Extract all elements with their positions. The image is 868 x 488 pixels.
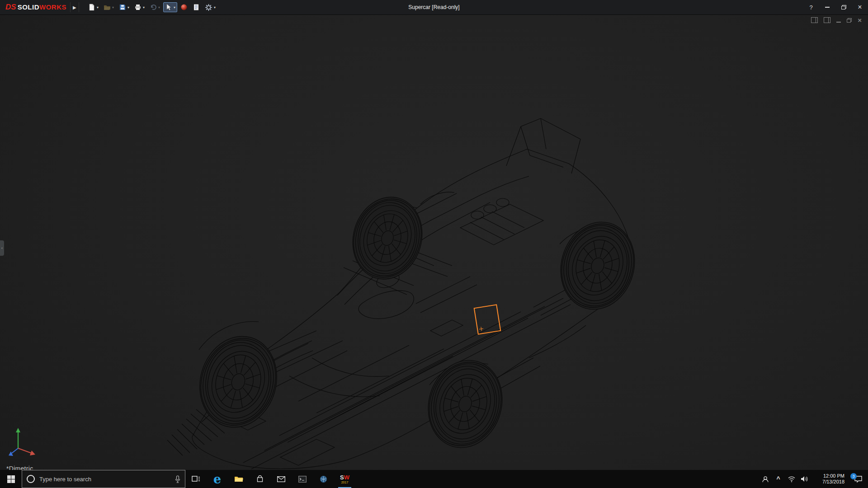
window-controls: ? ×	[803, 0, 868, 14]
microphone-icon[interactable]	[175, 475, 180, 483]
print-icon	[134, 4, 142, 11]
print-button[interactable]: ▾	[132, 2, 146, 12]
taskbar-clock[interactable]: 12:00 PM 7/13/2018	[811, 473, 848, 485]
terminal-icon	[298, 476, 307, 483]
restore-icon	[841, 5, 846, 9]
notification-badge: 3	[850, 473, 857, 479]
select-button[interactable]: ▾	[163, 2, 177, 12]
minimize-icon	[825, 7, 830, 8]
undo-button[interactable]: ▾	[148, 2, 162, 12]
car-wireframe-model[interactable]	[0, 14, 868, 470]
new-document-button[interactable]: ▾	[86, 2, 100, 12]
command-prompt-button[interactable]	[292, 470, 313, 488]
file-properties-button[interactable]	[191, 2, 202, 12]
mail-envelope-icon	[277, 476, 285, 482]
car-wheels	[188, 188, 646, 458]
task-view-icon	[192, 475, 200, 483]
sw-letter-w: W	[344, 474, 349, 481]
solidworks-logo: DS SOLID WORKS	[0, 3, 70, 12]
system-tray: ^ 12:00 PM 7/13/2018 3	[759, 470, 868, 488]
sw-letter-s: S	[340, 474, 344, 481]
selection-origin-marker	[479, 327, 483, 331]
restore-button[interactable]	[835, 0, 852, 14]
chevron-down-icon[interactable]: ▾	[112, 5, 114, 9]
microsoft-store-button[interactable]	[249, 470, 270, 488]
clock-time: 12:00 PM	[811, 473, 844, 479]
undo-icon	[150, 4, 157, 11]
chevron-up-icon: ^	[776, 475, 780, 483]
search-placeholder-text: Type here to search	[39, 476, 170, 483]
quick-access-toolbar: ▾ ▾ ▾ ▾ ▾ ▾	[86, 2, 217, 13]
doc-restore-icon[interactable]	[847, 18, 852, 23]
wifi-icon	[788, 476, 796, 482]
taskbar-search-input[interactable]: Type here to search	[22, 470, 185, 488]
solidworks-window: DS SOLID WORKS ▶ ▾ ▾ ▾ ▾	[0, 0, 868, 488]
chevron-down-icon[interactable]: ▾	[174, 5, 175, 9]
titlebar: DS SOLID WORKS ▶ ▾ ▾ ▾ ▾	[0, 0, 868, 15]
save-icon	[119, 4, 126, 11]
help-button[interactable]: ?	[803, 0, 819, 14]
sw-year-label: 2017	[341, 481, 349, 484]
logo-text-works: WORKS	[39, 3, 66, 11]
save-button[interactable]: ▾	[117, 2, 131, 12]
feature-tree-collapse-tab[interactable]: ‹	[0, 240, 4, 256]
collapse-arrow-icon: ‹	[1, 246, 3, 250]
options-button[interactable]: ▾	[203, 2, 217, 13]
play-icon: ▶	[73, 5, 76, 10]
chevron-down-icon[interactable]: ▾	[158, 5, 160, 9]
people-button[interactable]	[759, 470, 772, 488]
volume-button[interactable]	[798, 470, 811, 488]
hidden-icons-button[interactable]: ^	[772, 470, 785, 488]
windows-logo-icon	[7, 475, 15, 483]
windows-taskbar: Type here to search e SW 2017	[0, 470, 868, 488]
doc-close-icon[interactable]: ×	[858, 18, 862, 23]
edge-browser-button[interactable]: e	[207, 470, 228, 488]
solidworks-2017-icon: SW 2017	[340, 474, 349, 484]
selected-component-highlight[interactable]	[474, 304, 501, 334]
network-button[interactable]	[785, 470, 798, 488]
orientation-triad	[5, 426, 41, 458]
solidworks-app-button[interactable]: SW 2017	[334, 470, 355, 488]
graphics-viewport[interactable]: × ‹ *Dimetric	[0, 14, 868, 470]
task-view-button[interactable]	[185, 470, 207, 488]
new-document-icon	[88, 4, 95, 11]
appearance-sphere-icon	[180, 4, 188, 11]
close-button[interactable]: ×	[852, 0, 868, 14]
blue-sphere-icon	[320, 475, 327, 483]
mail-button[interactable]	[270, 470, 292, 488]
edge-icon: e	[213, 473, 221, 485]
edrawings-button[interactable]	[313, 470, 334, 488]
open-button[interactable]: ▾	[102, 2, 116, 12]
select-cursor-icon	[165, 4, 172, 11]
store-bag-icon	[256, 475, 264, 483]
action-center-button[interactable]: 3	[848, 476, 868, 483]
help-icon: ?	[809, 4, 812, 11]
close-icon: ×	[858, 3, 862, 11]
chevron-down-icon[interactable]: ▾	[127, 5, 129, 9]
edit-appearance-button[interactable]	[179, 2, 189, 12]
open-folder-icon	[104, 4, 111, 11]
view-orientation-label: *Dimetric	[6, 465, 33, 470]
document-window-controls: ×	[811, 17, 862, 23]
file-explorer-button[interactable]	[228, 470, 249, 488]
minimize-button[interactable]	[819, 0, 835, 14]
new-window-icon[interactable]	[811, 17, 818, 23]
people-icon	[762, 476, 769, 483]
file-properties-icon	[193, 4, 200, 11]
ds-logo-icon: DS	[5, 3, 16, 12]
speaker-icon	[801, 476, 808, 482]
start-button[interactable]	[0, 470, 22, 488]
chevron-down-icon[interactable]: ▾	[143, 5, 145, 9]
doc-minimize-icon[interactable]	[836, 18, 841, 23]
logo-text-solid: SOLID	[18, 3, 39, 11]
menu-flyout-button[interactable]: ▶	[70, 2, 79, 12]
chevron-down-icon[interactable]: ▾	[97, 5, 99, 9]
folder-icon	[234, 475, 243, 483]
tile-window-icon[interactable]	[824, 17, 830, 23]
gear-icon	[205, 4, 212, 11]
clock-date: 7/13/2018	[811, 479, 844, 485]
cortana-icon	[27, 475, 35, 483]
chevron-down-icon[interactable]: ▾	[214, 5, 216, 9]
